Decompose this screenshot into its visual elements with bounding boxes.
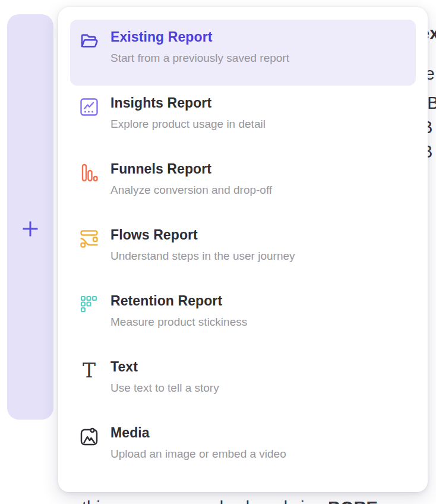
bg-text-fragment: BORE bbox=[328, 498, 378, 504]
menu-item-title: Existing Report bbox=[110, 29, 289, 45]
menu-item-title: Flows Report bbox=[110, 226, 295, 243]
menu-item-subtitle: Understand steps in the user journey bbox=[110, 249, 295, 263]
menu-item-subtitle: Measure product stickiness bbox=[110, 315, 247, 329]
menu-item-existing-report[interactable]: Existing Report Start from a previously … bbox=[70, 20, 416, 86]
text-icon: T bbox=[78, 360, 100, 382]
menu-item-title: Media bbox=[110, 424, 286, 441]
funnel-bars-icon bbox=[78, 162, 100, 184]
add-card-button[interactable] bbox=[18, 217, 42, 241]
menu-item-flows-report[interactable]: Flows Report Understand steps in the use… bbox=[70, 218, 416, 284]
menu-item-subtitle: Use text to tell a story bbox=[110, 381, 219, 395]
menu-item-title: Funnels Report bbox=[110, 160, 272, 177]
menu-item-subtitle: Start from a previously saved report bbox=[110, 51, 289, 65]
menu-item-text: Text Use text to tell a story bbox=[110, 358, 219, 395]
bg-text-fragment: this bbox=[82, 498, 109, 504]
menu-item-subtitle: Upload an image or embed a video bbox=[110, 447, 286, 461]
menu-item-insights-report[interactable]: Insights Report Explore product usage in… bbox=[70, 86, 416, 152]
menu-item-title: Retention Report bbox=[110, 292, 247, 309]
retention-grid-icon bbox=[78, 294, 100, 316]
add-content-rail bbox=[7, 14, 53, 420]
menu-item-text: Retention Report Measure product stickin… bbox=[110, 292, 247, 329]
menu-item-subtitle: Analyze conversion and drop-off bbox=[110, 183, 272, 197]
media-image-icon bbox=[78, 426, 100, 448]
menu-item-text: Existing Report Start from a previously … bbox=[110, 29, 289, 65]
bg-text-fragment: in bbox=[301, 498, 314, 504]
menu-item-text: Funnels Report Analyze conversion and dr… bbox=[110, 160, 272, 197]
menu-item-title: Insights Report bbox=[110, 94, 266, 111]
menu-item-text: Flows Report Understand steps in the use… bbox=[110, 226, 295, 263]
menu-item-funnels-report[interactable]: Funnels Report Analyze conversion and dr… bbox=[70, 152, 416, 218]
plus-icon bbox=[20, 218, 41, 240]
menu-item-text: Media Upload an image or embed a video bbox=[110, 424, 286, 461]
menu-item-text: Insights Report Explore product usage in… bbox=[110, 94, 266, 131]
menu-item-title: Text bbox=[110, 358, 219, 375]
menu-item-subtitle: Explore product usage in detail bbox=[110, 117, 266, 131]
menu-item-media[interactable]: Media Upload an image or embed a video bbox=[70, 415, 416, 481]
bg-text-fragment: d bbox=[240, 498, 249, 504]
bg-text-fragment: d bbox=[278, 498, 287, 504]
bg-text-fragment: d bbox=[214, 498, 223, 504]
menu-item-text-block[interactable]: T Text Use text to tell a story bbox=[70, 349, 416, 415]
flows-icon bbox=[78, 228, 100, 250]
menu-item-retention-report[interactable]: Retention Report Measure product stickin… bbox=[70, 284, 416, 349]
folder-open-icon bbox=[78, 30, 100, 52]
add-content-menu: Existing Report Start from a previously … bbox=[58, 7, 428, 492]
line-chart-icon bbox=[78, 96, 100, 118]
